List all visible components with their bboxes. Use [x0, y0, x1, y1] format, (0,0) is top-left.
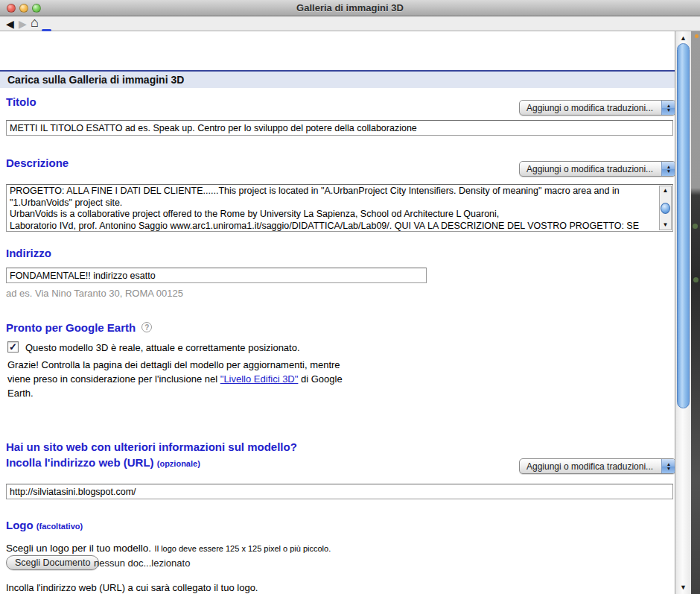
textarea-scrollbar-thumb[interactable] — [661, 203, 670, 214]
logo-instruction-row: Scegli un logo per il tuo modello. Il lo… — [6, 541, 331, 554]
desktop-wallpaper-detail — [693, 277, 699, 282]
scrollbar-thumb[interactable] — [677, 43, 690, 408]
logo-heading-text: Logo — [6, 519, 34, 531]
window-titlebar: Galleria di immagini 3D — [0, 0, 700, 16]
translations-dropdown-label: Aggiungi o modifica traduzioni... — [520, 103, 661, 113]
scroll-up-icon[interactable]: ▲ — [660, 187, 671, 195]
address-heading: Indirizzo — [6, 247, 51, 259]
address-input[interactable] — [6, 268, 427, 283]
home-icon[interactable]: ⌂ — [31, 16, 39, 29]
buildings-layer-link[interactable]: "Livello Edifici 3D" — [220, 373, 299, 385]
scroll-down-icon[interactable]: ▼ — [660, 221, 671, 229]
logo-size-note: Il logo deve essere 125 x 125 pixel o pi… — [155, 544, 331, 553]
desktop-background — [691, 31, 700, 594]
translations-dropdown-description[interactable]: Aggiungi o modifica traduzioni... ▲ ▼ — [519, 161, 676, 177]
browser-toolbar: ◀ ▶ ⌂ — [0, 16, 700, 31]
desktop-icon-fragment — [695, 34, 699, 38]
real-model-checkbox[interactable]: ✓ — [7, 341, 19, 353]
textarea-scrollbar[interactable]: ▲ ▼ — [659, 186, 672, 230]
page-scrollbar[interactable]: ▲ ▼ — [675, 31, 691, 594]
stepper-down-icon: ▼ — [666, 169, 671, 174]
description-textarea[interactable]: PROGETTO: ALLA FINE I DATI DEL CLIENTE..… — [6, 184, 673, 232]
logo-instruction: Scegli un logo per il tuo modello. — [6, 543, 151, 554]
browser-window: Galleria di immagini 3D ◀ ▶ ⌂ Carica sul… — [0, 0, 700, 594]
stepper-icon: ▲ ▼ — [661, 162, 675, 176]
real-model-checkbox-label: Questo modello 3D è reale, attuale e cor… — [25, 342, 300, 353]
translations-dropdown-title[interactable]: Aggiungi o modifica traduzioni... ▲ ▼ — [519, 100, 676, 116]
stepper-down-icon: ▼ — [666, 467, 671, 471]
page-title: Carica sulla Galleria di immagini 3D — [0, 70, 675, 88]
website-heading: Hai un sito web con ulteriori informazio… — [6, 439, 297, 472]
help-icon[interactable]: ? — [141, 322, 152, 332]
scrollbar-up-icon[interactable]: ▲ — [675, 34, 691, 42]
website-heading-line2: Incolla l'indirizzo web (URL) — [6, 456, 154, 469]
google-earth-heading: Pronto per Google Earth? — [6, 321, 152, 334]
translations-dropdown-website[interactable]: Aggiungi o modifica traduzioni... ▲ ▼ — [519, 458, 676, 474]
website-optional-label: (opzionale) — [157, 459, 200, 468]
choose-file-button[interactable]: Scegli Documento — [6, 555, 99, 570]
desktop-wallpaper-detail — [693, 224, 698, 229]
website-url-input[interactable] — [6, 484, 673, 499]
logo-url-label: Incolla l'indirizzo web (URL) a cui sarà… — [6, 582, 258, 593]
google-earth-note: Grazie! Controlla la pagina dei dettagli… — [7, 358, 357, 401]
title-heading: Titolo — [6, 95, 36, 108]
website-heading-line1: Hai un sito web con ulteriori informazio… — [6, 440, 297, 453]
logo-optional-label: (facoltativo) — [36, 522, 83, 531]
back-icon[interactable]: ◀ — [6, 17, 14, 31]
translations-dropdown-label: Aggiungi o modifica traduzioni... — [520, 164, 661, 174]
stepper-icon: ▲ ▼ — [661, 101, 675, 115]
logo-heading: Logo (facoltativo) — [6, 519, 83, 531]
title-input[interactable] — [6, 120, 673, 136]
upload-form-page: Carica sulla Galleria di immagini 3D Tit… — [0, 31, 675, 594]
address-hint: ad es. Via Nino Taranto 30, ROMA 00125 — [6, 288, 183, 299]
stepper-down-icon: ▼ — [666, 108, 671, 113]
forward-icon: ▶ — [19, 17, 27, 31]
file-status-text: nessun doc...lezionato — [94, 557, 190, 569]
description-text: PROGETTO: ALLA FINE I DATI DEL CLIENTE..… — [10, 186, 656, 232]
stepper-icon: ▲ ▼ — [661, 459, 675, 473]
scrollbar-down-icon[interactable]: ▼ — [675, 583, 691, 592]
description-heading: Descrizione — [6, 157, 69, 169]
google-earth-heading-text: Pronto per Google Earth — [6, 321, 136, 334]
window-title: Galleria di immagini 3D — [0, 2, 700, 13]
translations-dropdown-label: Aggiungi o modifica traduzioni... — [520, 461, 661, 472]
